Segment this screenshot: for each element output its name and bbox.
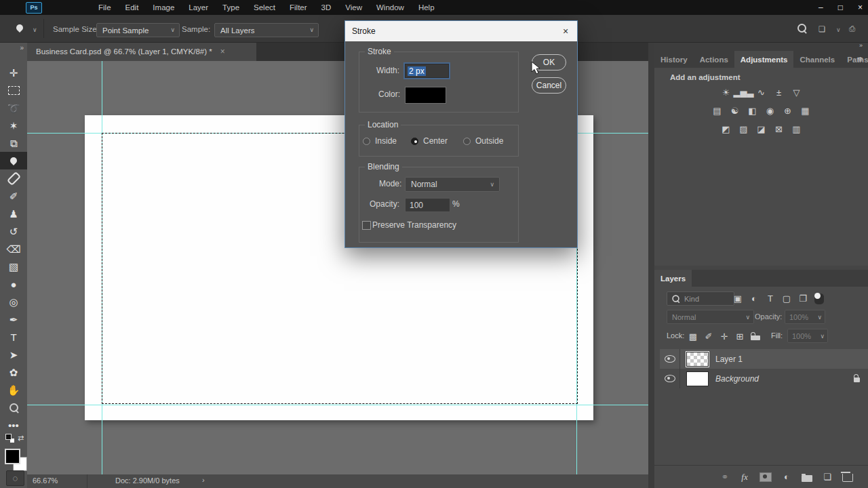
tab-history[interactable]: History xyxy=(654,51,694,68)
layer-name[interactable]: Layer 1 xyxy=(715,354,743,364)
filter-pixel-layers-icon[interactable]: ▣ xyxy=(733,293,743,304)
layer-thumbnail[interactable] xyxy=(686,371,709,386)
layers-fill-dropdown[interactable]: 100% ∨ xyxy=(787,329,828,343)
tab-actions[interactable]: Actions xyxy=(694,51,734,68)
menu-window[interactable]: Window xyxy=(373,3,408,12)
sample-dropdown[interactable]: All Layers ∨ xyxy=(214,23,319,37)
filter-shape-layers-icon[interactable]: ▢ xyxy=(782,293,791,304)
radio-center[interactable]: Center xyxy=(411,136,448,146)
levels-icon[interactable]: ▂▅▃ xyxy=(737,87,750,98)
new-group-icon[interactable] xyxy=(802,475,812,482)
selective-color-icon[interactable]: ⊠ xyxy=(772,123,785,135)
layer-filter-kind-dropdown[interactable]: Kind xyxy=(667,291,734,306)
channel-mixer-icon[interactable]: ⊕ xyxy=(781,105,794,117)
tab-channels[interactable]: Channels xyxy=(793,51,841,68)
path-selection-tool[interactable]: ➤ xyxy=(0,346,27,363)
panel-menu-icon[interactable]: ≡ xyxy=(857,54,863,64)
radio-outside[interactable]: Outside xyxy=(463,136,503,146)
black-white-icon[interactable]: ◧ xyxy=(746,105,759,117)
blur-tool[interactable]: ● xyxy=(0,275,27,293)
lock-image-pixels-icon[interactable]: ✐ xyxy=(704,331,713,342)
filter-adjustment-layers-icon[interactable]: ◐ xyxy=(749,293,759,304)
opacity-input[interactable]: 100 xyxy=(405,198,450,212)
pen-tool[interactable]: ✒ xyxy=(0,310,27,328)
radio-icon[interactable] xyxy=(363,138,370,145)
clone-stamp-tool[interactable]: ♟ xyxy=(0,205,27,222)
menu-select[interactable]: Select xyxy=(250,3,279,12)
gradient-map-icon[interactable]: ▥ xyxy=(790,123,803,135)
layer-name[interactable]: Background xyxy=(715,374,759,384)
new-layer-icon[interactable]: ❏ xyxy=(823,472,832,482)
filter-type-layers-icon[interactable]: T xyxy=(766,293,775,304)
dodge-tool[interactable]: ◎ xyxy=(0,293,27,310)
zoom-tool[interactable] xyxy=(0,399,27,416)
minimize-icon[interactable]: – xyxy=(818,3,823,12)
status-chevron-icon[interactable]: › xyxy=(202,476,205,484)
edit-toolbar-ellipsis[interactable]: ••• xyxy=(0,416,27,434)
menu-layer[interactable]: Layer xyxy=(185,3,212,12)
preserve-transparency-checkbox[interactable] xyxy=(362,221,371,230)
document-tab[interactable]: Business Card.psd @ 66.7% (Layer 1, CMYK… xyxy=(27,42,256,61)
foreground-color-swatch[interactable] xyxy=(5,449,20,464)
lock-artboard-icon[interactable]: ⊞ xyxy=(735,331,745,342)
blend-mode-dropdown[interactable]: Normal ∨ xyxy=(405,177,500,192)
guide-horizontal-bottom[interactable] xyxy=(27,405,648,405)
zoom-level-field[interactable]: 66.67% xyxy=(33,476,58,485)
menu-view[interactable]: View xyxy=(342,3,366,12)
custom-shape-tool[interactable]: ✿ xyxy=(0,363,27,381)
menu-file[interactable]: File xyxy=(95,3,115,12)
hue-saturation-icon[interactable]: ▤ xyxy=(711,105,724,117)
menu-edit[interactable]: Edit xyxy=(122,3,142,12)
menu-3d[interactable]: 3D xyxy=(318,3,335,12)
history-brush-tool[interactable]: ↺ xyxy=(0,222,27,240)
move-tool[interactable]: ✛ xyxy=(0,64,27,81)
maximize-icon[interactable]: □ xyxy=(838,3,843,12)
posterize-icon[interactable]: ▨ xyxy=(737,123,750,135)
photo-filter-icon[interactable]: ◉ xyxy=(764,105,776,117)
menu-help[interactable]: Help xyxy=(415,3,438,12)
menu-filter[interactable]: Filter xyxy=(286,3,311,12)
dialog-close-icon[interactable]: × xyxy=(554,21,577,41)
curves-icon[interactable]: ∿ xyxy=(755,87,768,98)
healing-brush-tool[interactable] xyxy=(0,169,27,187)
menu-type[interactable]: Type xyxy=(219,3,243,12)
radio-inside[interactable]: Inside xyxy=(363,136,397,146)
radio-icon[interactable] xyxy=(463,138,471,145)
blend-mode-dropdown[interactable]: Normal ∨ xyxy=(667,310,754,324)
eyedropper-tool[interactable] xyxy=(0,152,27,169)
tab-paths[interactable]: Paths xyxy=(841,51,868,68)
radio-selected-icon[interactable] xyxy=(411,138,418,145)
stroke-color-swatch[interactable] xyxy=(405,87,446,104)
tab-close-icon[interactable]: × xyxy=(220,47,225,56)
brightness-contrast-icon[interactable]: ☀ xyxy=(719,87,732,98)
panel-dock-divider[interactable] xyxy=(648,42,654,488)
tool-preset-chevron-icon[interactable]: ∨ xyxy=(33,26,37,33)
color-balance-icon[interactable]: ☯ xyxy=(728,105,741,117)
quick-selection-tool[interactable]: ✶ xyxy=(0,117,27,134)
menu-image[interactable]: Image xyxy=(149,3,178,12)
layers-opacity-dropdown[interactable]: 100% ∨ xyxy=(785,310,825,324)
layer-row-layer-1[interactable]: Layer 1 xyxy=(660,349,868,369)
layer-style-fx-icon[interactable]: fx xyxy=(740,472,749,483)
sample-size-dropdown[interactable]: Point Sample ∨ xyxy=(96,23,180,37)
dialog-title-bar[interactable]: Stroke × xyxy=(345,21,577,41)
brush-tool[interactable]: ✐ xyxy=(0,187,27,205)
color-lookup-icon[interactable]: ▦ xyxy=(799,105,812,117)
new-adjustment-layer-icon[interactable]: ◐ xyxy=(782,472,791,482)
eraser-tool[interactable]: ⌫ xyxy=(0,240,27,258)
layer-thumbnail[interactable] xyxy=(686,352,709,367)
layer-visibility-toggle[interactable] xyxy=(660,369,680,388)
vibrance-icon[interactable]: ▽ xyxy=(790,87,803,98)
chevron-down-icon[interactable]: ∨ xyxy=(836,26,841,33)
share-icon[interactable]: ⎙ xyxy=(849,24,855,33)
swap-colors-icon[interactable]: ⇄ xyxy=(18,434,24,443)
screen-mode-button[interactable]: ◌ xyxy=(6,470,24,486)
default-colors-icon[interactable] xyxy=(5,434,15,446)
tab-adjustments[interactable]: Adjustments xyxy=(734,51,794,68)
layer-visibility-toggle[interactable] xyxy=(660,349,680,369)
tab-layers[interactable]: Layers xyxy=(654,270,692,287)
exposure-icon[interactable]: ± xyxy=(772,87,785,98)
rectangular-marquee-tool[interactable] xyxy=(0,81,27,99)
workspace-switcher-icon[interactable]: ❏ xyxy=(818,24,825,34)
filter-toggle[interactable] xyxy=(814,293,824,304)
